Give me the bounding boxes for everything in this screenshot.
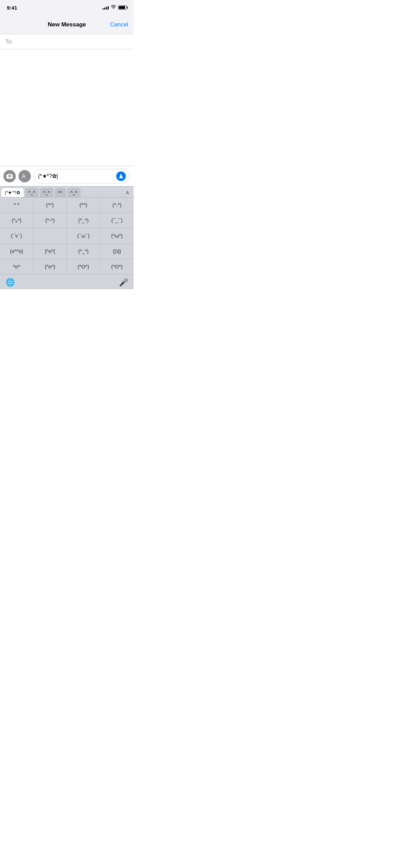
globe-icon[interactable]: 🌐 — [5, 278, 15, 287]
to-field: To: — [0, 34, 134, 49]
message-area — [0, 49, 134, 166]
kaomoji-cell[interactable]: (^O^) — [67, 259, 100, 275]
to-label: To: — [5, 39, 13, 45]
message-input-text: (*★*?✿ — [38, 173, 116, 180]
kaomoji-tabs: (*★*?✿ ^_^ ^_^ ^^ ^_^ ∧ — [0, 186, 134, 197]
kaomoji-tab-4[interactable]: ^_^ — [67, 188, 81, 197]
text-cursor — [57, 173, 58, 180]
kaomoji-keyboard: (*★*?✿ ^_^ ^_^ ^^ ^_^ ∧ ^ ^ (^^) (^^) (^… — [0, 186, 134, 289]
send-button[interactable] — [116, 171, 126, 181]
keyboard-bottom-row: 🌐 🎤 — [0, 275, 134, 289]
kaomoji-cell[interactable]: (^^) — [34, 197, 67, 213]
kaomoji-cell[interactable]: (¯ω¯) — [67, 228, 100, 244]
kaomoji-grid: ^ ^ (^^) (^^) (^.^) (^ₒ^) (^-^) (^_^) (¯… — [0, 197, 134, 275]
kaomoji-tab-3[interactable]: ^^ — [55, 188, 66, 197]
kaomoji-cell[interactable]: (^_^) — [67, 213, 100, 228]
battery-icon — [118, 5, 127, 10]
kaomoji-cell[interactable]: ^o^ — [0, 259, 34, 275]
cancel-button[interactable]: Cancel — [110, 21, 128, 28]
status-time: 9:41 — [7, 5, 17, 11]
kaomoji-cell[interactable]: (^^) — [67, 197, 100, 213]
kaomoji-cell[interactable]: (^-^) — [34, 213, 67, 228]
kaomoji-cell[interactable]: (^O^) — [100, 259, 134, 275]
to-input[interactable] — [14, 39, 128, 45]
kaomoji-cell[interactable]: (^.^) — [100, 197, 134, 213]
wifi-icon — [111, 5, 116, 10]
kaomoji-cell[interactable]: (^o^) — [34, 259, 67, 275]
kaomoji-cell[interactable]: (¯v¯) — [0, 228, 34, 244]
microphone-icon[interactable]: 🎤 — [119, 278, 128, 287]
kaomoji-cell[interactable] — [34, 228, 67, 244]
message-input-field[interactable]: (*★*?✿ — [34, 169, 130, 183]
kaomoji-cell[interactable]: (¯_¯) — [100, 213, 134, 228]
home-indicator — [0, 289, 134, 289]
kaomoji-cell[interactable]: )^o^( — [34, 244, 67, 259]
kaomoji-chevron-icon[interactable]: ∧ — [123, 188, 132, 197]
svg-text:A: A — [22, 173, 26, 179]
status-bar: 9:41 — [0, 0, 134, 15]
input-bar: A (*★*?✿ — [0, 166, 134, 186]
kaomoji-tab-1[interactable]: ^_^ — [25, 188, 38, 197]
kaomoji-cell[interactable]: ^ ^ — [0, 197, 34, 213]
kaomoji-tab-0[interactable]: (*★*?✿ — [1, 188, 24, 197]
signal-bars-icon — [102, 5, 109, 10]
kaomoji-cell[interactable]: (|ʖ|) — [100, 244, 134, 259]
kaomoji-tab-2[interactable]: ^_^ — [40, 188, 53, 197]
kaomoji-cell[interactable]: (o^^o) — [0, 244, 34, 259]
kaomoji-cell[interactable]: (^ω^) — [100, 228, 134, 244]
camera-button[interactable] — [3, 170, 16, 182]
nav-header: New Message Cancel — [0, 15, 134, 34]
send-icon — [119, 174, 123, 179]
kaomoji-cell[interactable]: (^ₒ^) — [0, 213, 34, 228]
camera-icon — [6, 173, 13, 179]
appstore-button[interactable]: A — [19, 170, 31, 182]
kaomoji-cell[interactable]: (^_^) — [67, 244, 100, 259]
appstore-icon: A — [22, 173, 28, 179]
status-icons — [102, 5, 127, 10]
nav-title: New Message — [48, 21, 86, 28]
